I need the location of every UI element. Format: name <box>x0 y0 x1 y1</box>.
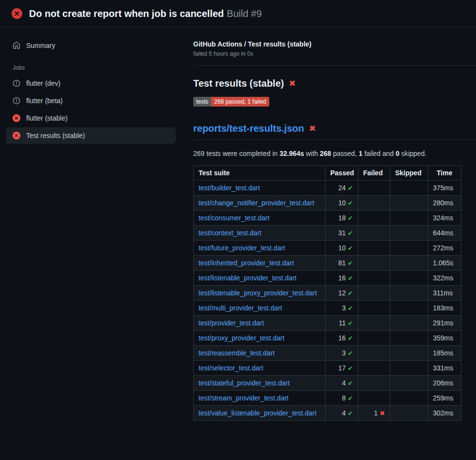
skipped-cell <box>390 316 428 331</box>
skipped-cell <box>390 256 428 271</box>
failed-cell <box>358 331 390 346</box>
passed-cell: 10✔ <box>325 241 358 256</box>
check-icon: ✔ <box>348 335 353 342</box>
divider <box>193 65 476 66</box>
sidebar-job-flutter-stable[interactable]: flutter (stable) <box>6 110 176 126</box>
tests-badge: tests 268 passed, 1 failed <box>193 97 269 107</box>
skipped-cell <box>390 181 428 196</box>
x-circle-icon <box>13 132 20 139</box>
skipped-cell <box>390 391 428 406</box>
passed-count: 8 <box>342 394 346 402</box>
test-suite-link[interactable]: test/provider_test.dart <box>199 319 264 327</box>
time-cell: 331ms <box>428 361 461 376</box>
main-content: GitHub Actions / Test results (stable) f… <box>182 28 476 421</box>
suite-cell: test/reassemble_test.dart <box>194 346 325 361</box>
table-body: test/builder_test.dart24✔375mstest/chang… <box>194 181 461 421</box>
time-cell: 206ms <box>428 376 461 391</box>
skipped-cell <box>390 271 428 286</box>
passed-count: 11 <box>339 319 346 327</box>
suite-cell: test/stateful_provider_test.dart <box>194 376 325 391</box>
failed-cell <box>358 391 390 406</box>
jobs-list: flutter (dev)flutter (beta)flutter (stab… <box>6 75 176 144</box>
report-link[interactable]: reports/test-results.json <box>193 123 304 134</box>
sidebar-job-test-results-stable[interactable]: Test results (stable) <box>6 127 176 144</box>
test-suite-link[interactable]: test/change_notifier_provider_test.dart <box>199 199 314 207</box>
sidebar-item-summary[interactable]: Summary <box>6 37 176 54</box>
summary-segment: 32.964s <box>279 150 304 157</box>
failed-cell: 1✖ <box>358 406 390 421</box>
passed-cell: 11✔ <box>325 316 358 331</box>
failed-count: 1 <box>374 409 378 417</box>
suite-cell: test/selector_test.dart <box>194 361 325 376</box>
page-title: Do not create report when job is cancell… <box>29 8 262 19</box>
skipped-cell <box>390 286 428 301</box>
check-icon: ✔ <box>348 260 353 267</box>
sidebar-job-flutter-dev[interactable]: flutter (dev) <box>6 75 176 92</box>
passed-count: 16 <box>338 334 346 342</box>
passed-cell: 3✔ <box>325 346 358 361</box>
check-icon: ✔ <box>348 230 353 237</box>
skipped-cell <box>390 241 428 256</box>
test-suite-link[interactable]: test/multi_provider_test.dart <box>199 304 282 312</box>
results-table: Test suitePassedFailedSkippedTime test/b… <box>193 165 461 421</box>
test-suite-link[interactable]: test/proxy_provider_test.dart <box>199 334 284 342</box>
sidebar-job-flutter-beta[interactable]: flutter (beta) <box>6 92 176 109</box>
summary-segment: failed and <box>363 150 396 157</box>
passed-cell: 12✔ <box>325 286 358 301</box>
table-row: test/selector_test.dart17✔331ms <box>194 361 461 376</box>
skipped-cell <box>390 376 428 391</box>
suite-cell: test/listenable_proxy_provider_test.dart <box>194 286 325 301</box>
test-suite-link[interactable]: test/future_provider_test.dart <box>199 244 285 252</box>
passed-count: 12 <box>338 289 346 297</box>
test-suite-link[interactable]: test/stateful_provider_test.dart <box>199 379 290 387</box>
test-suite-link[interactable]: test/consumer_test.dart <box>199 214 269 222</box>
summary-segment: skipped. <box>399 150 427 157</box>
passed-count: 10 <box>338 199 346 207</box>
suite-cell: test/stream_provider_test.dart <box>194 391 325 406</box>
time-cell: 291ms <box>428 316 461 331</box>
failed-cell <box>358 256 390 271</box>
table-row: test/inherited_provider_test.dart81✔1.06… <box>194 256 461 271</box>
passed-cell: 4✔ <box>325 406 358 421</box>
test-suite-link[interactable]: test/value_listenable_provider_test.dart <box>199 409 317 417</box>
passed-count: 16 <box>338 274 346 282</box>
passed-cell: 16✔ <box>325 271 358 286</box>
passed-count: 24 <box>338 184 346 192</box>
skipped-cell <box>390 406 428 421</box>
test-suite-link[interactable]: test/inherited_provider_test.dart <box>199 259 294 267</box>
badge-value: 268 passed, 1 failed <box>211 97 269 107</box>
table-header-row: Test suitePassedFailedSkippedTime <box>194 166 461 181</box>
check-title: Do not create report when job is cancell… <box>29 8 224 19</box>
check-icon: ✔ <box>348 290 353 297</box>
check-icon: ✔ <box>348 395 353 402</box>
test-suite-link[interactable]: test/stream_provider_test.dart <box>199 394 289 402</box>
passed-count: 81 <box>338 259 346 267</box>
jobs-heading: Jobs <box>13 64 169 71</box>
test-suite-link[interactable]: test/selector_test.dart <box>199 364 263 372</box>
test-suite-link[interactable]: test/listenable_provider_test.dart <box>199 274 296 282</box>
skipped-cell <box>390 301 428 316</box>
suite-cell: test/change_notifier_provider_test.dart <box>194 196 325 211</box>
test-suite-link[interactable]: test/reassemble_test.dart <box>199 349 275 357</box>
status-line: failed 5 hours ago in 0s <box>193 50 476 57</box>
table-row: test/listenable_provider_test.dart16✔322… <box>194 271 461 286</box>
test-suite-link[interactable]: test/builder_test.dart <box>199 184 260 192</box>
badge-label: tests <box>193 97 211 107</box>
time-cell: 272ms <box>428 241 461 256</box>
check-icon: ✔ <box>348 199 353 207</box>
passed-count: 3 <box>342 304 346 312</box>
table-row: test/stateful_provider_test.dart4✔206ms <box>194 376 461 391</box>
passed-count: 4 <box>342 409 346 417</box>
test-suite-link[interactable]: test/context_test.dart <box>199 229 261 237</box>
passed-cell: 8✔ <box>325 391 358 406</box>
x-circle-icon <box>13 114 20 122</box>
table-row: test/value_listenable_provider_test.dart… <box>194 406 461 421</box>
test-suite-link[interactable]: test/listenable_proxy_provider_test.dart <box>199 289 317 297</box>
table-row: test/change_notifier_provider_test.dart1… <box>194 196 461 211</box>
passed-cell: 16✔ <box>325 331 358 346</box>
time-cell: 375ms <box>428 181 461 196</box>
summary-segment: 0 <box>396 150 399 157</box>
column-header-skipped: Skipped <box>390 166 428 181</box>
check-icon: ✔ <box>348 245 353 252</box>
table-header: Test suitePassedFailedSkippedTime <box>194 166 461 181</box>
